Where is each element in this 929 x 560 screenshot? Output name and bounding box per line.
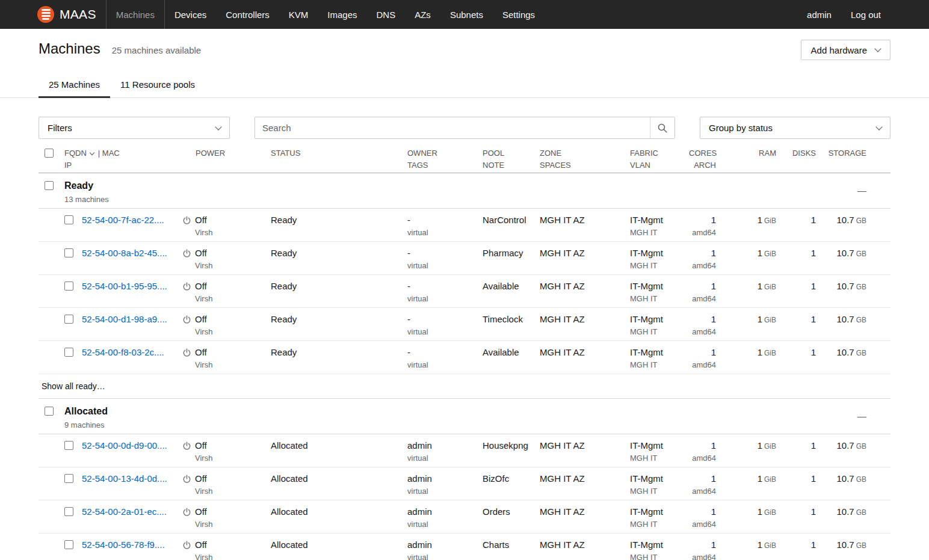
ram-value: 1: [758, 540, 762, 550]
vlan: MGH IT: [630, 292, 689, 306]
row-checkbox[interactable]: [64, 282, 73, 291]
group-header-ready: Ready 13 machines —: [39, 173, 890, 209]
power-off-icon: [182, 506, 191, 517]
pool: Available: [483, 281, 519, 291]
group-collapse-toggle[interactable]: —: [818, 180, 876, 208]
ram-unit: GiB: [764, 442, 776, 451]
group-by-dropdown[interactable]: Group by status: [700, 117, 890, 139]
machine-fqdn-link[interactable]: 52-54-00-f8-03-2c....: [82, 346, 164, 358]
status-label: Allocated: [271, 440, 308, 451]
machine-fqdn-link[interactable]: 52-54-00-0d-d9-00....: [82, 440, 167, 452]
nav-item-controllers[interactable]: Controllers: [216, 0, 279, 29]
storage-value: 10.7: [836, 440, 854, 451]
nav-item-machines[interactable]: Machines: [106, 0, 165, 29]
add-hardware-button[interactable]: Add hardware: [801, 40, 890, 60]
power-type: Virsh: [195, 452, 212, 465]
fabric: IT-Mgmt: [630, 473, 689, 485]
maas-logo-icon: [37, 6, 54, 23]
ram-value: 1: [758, 248, 762, 258]
nav-item-devices[interactable]: Devices: [165, 0, 216, 29]
tab-resource-pools[interactable]: 11 Resource pools: [110, 73, 205, 97]
nav-item-kvm[interactable]: KVM: [279, 0, 318, 29]
row-checkbox[interactable]: [64, 540, 73, 549]
row-checkbox[interactable]: [64, 474, 73, 483]
nav-item-azs[interactable]: AZs: [405, 0, 440, 29]
row-checkbox[interactable]: [64, 315, 73, 324]
nav-item-admin[interactable]: admin: [797, 0, 841, 29]
fabric: IT-Mgmt: [630, 506, 689, 518]
select-all-checkbox[interactable]: [45, 149, 54, 158]
group-collapse-toggle[interactable]: —: [818, 405, 876, 434]
machine-fqdn-link[interactable]: 52-54-00-56-78-f9....: [82, 539, 165, 551]
search-box: [255, 117, 675, 139]
column-header-fqdn-mac[interactable]: FQDN| MAC: [64, 148, 181, 158]
machine-fqdn-link[interactable]: 52-54-00-2a-01-ec....: [82, 506, 167, 518]
cores: 1: [711, 346, 716, 358]
column-header-pool[interactable]: POOL: [483, 148, 535, 158]
column-header-tags[interactable]: TAGS: [407, 160, 478, 170]
row-checkbox[interactable]: [64, 507, 73, 516]
storage-value: 10.7: [836, 248, 854, 258]
column-header-spaces[interactable]: SPACES: [540, 160, 626, 170]
nav-item-logout[interactable]: Log out: [841, 0, 890, 29]
machine-fqdn-link[interactable]: 52-54-00-b1-95-95....: [82, 280, 167, 292]
nav-item-images[interactable]: Images: [318, 0, 366, 29]
column-header-fabric[interactable]: FABRIC: [630, 148, 689, 158]
nav-item-subnets[interactable]: Subnets: [440, 0, 493, 29]
row-checkbox[interactable]: [64, 248, 73, 257]
show-all-ready-link[interactable]: Show all ready…: [39, 374, 890, 399]
owner: admin: [407, 506, 478, 518]
storage-value: 10.7: [836, 473, 854, 484]
nav-item-dns[interactable]: DNS: [367, 0, 406, 29]
storage-unit: GB: [856, 349, 866, 357]
tab-machines[interactable]: 25 Machines: [39, 73, 110, 98]
status-label: Allocated: [271, 506, 308, 517]
column-header-vlan[interactable]: VLAN: [630, 160, 689, 170]
search-button[interactable]: [650, 117, 674, 138]
search-input[interactable]: [255, 117, 650, 138]
row-checkbox[interactable]: [64, 215, 73, 224]
column-header-note[interactable]: NOTE: [483, 160, 535, 170]
storage-value: 10.7: [836, 215, 854, 225]
ram-unit: GiB: [764, 316, 776, 324]
machine-fqdn-link[interactable]: 52-54-00-7f-ac-22....: [82, 214, 164, 226]
column-header-ip[interactable]: IP: [64, 160, 181, 170]
column-header-status[interactable]: STATUS: [268, 148, 397, 170]
disks: 1: [811, 215, 816, 225]
column-header-disks[interactable]: DISKS: [777, 148, 818, 170]
pool: BizOfc: [483, 473, 509, 484]
filters-dropdown[interactable]: Filters: [39, 117, 230, 139]
tags: virtual: [407, 325, 478, 339]
maas-brand[interactable]: MAAS: [0, 0, 106, 29]
machine-row: 52-54-00-13-4d-0d.... Off Virsh Allocate…: [39, 467, 890, 500]
column-header-power[interactable]: POWER: [181, 148, 268, 170]
group-select-checkbox[interactable]: [45, 407, 54, 416]
column-header-storage[interactable]: STORAGE: [818, 148, 876, 170]
machine-row: 52-54-00-0d-d9-00.... Off Virsh Allocate…: [39, 434, 890, 467]
machine-fqdn-link[interactable]: 52-54-00-8a-b2-45....: [82, 247, 167, 259]
machine-row: 52-54-00-8a-b2-45.... Off Virsh Ready - …: [39, 242, 890, 275]
search-icon: [657, 123, 668, 134]
owner: -: [407, 280, 478, 292]
ram-unit: GiB: [764, 508, 776, 517]
group-select-checkbox[interactable]: [45, 181, 54, 190]
column-header-arch[interactable]: ARCH: [689, 160, 716, 170]
cores: 1: [711, 313, 716, 325]
row-checkbox[interactable]: [64, 348, 73, 357]
column-header-owner[interactable]: OWNER: [407, 148, 478, 158]
column-header-cores[interactable]: CORES: [689, 148, 716, 158]
zone: MGH IT AZ: [540, 280, 626, 292]
row-checkbox[interactable]: [64, 441, 73, 450]
owner: -: [407, 247, 478, 259]
ram-value: 1: [758, 440, 762, 451]
cores: 1: [711, 247, 716, 259]
machine-fqdn-link[interactable]: 52-54-00-d1-98-a9....: [82, 313, 167, 325]
machine-fqdn-link[interactable]: 52-54-00-13-4d-0d....: [82, 473, 167, 485]
status-label: Allocated: [271, 473, 308, 484]
column-header-zone[interactable]: ZONE: [540, 148, 626, 158]
column-header-ram[interactable]: RAM: [719, 148, 777, 170]
table-header-row: FQDN| MAC IP POWER STATUS OWNER TAGS POO…: [39, 148, 890, 173]
page-title: Machines: [39, 40, 100, 58]
nav-item-settings[interactable]: Settings: [493, 0, 545, 29]
ram-value: 1: [758, 314, 762, 324]
